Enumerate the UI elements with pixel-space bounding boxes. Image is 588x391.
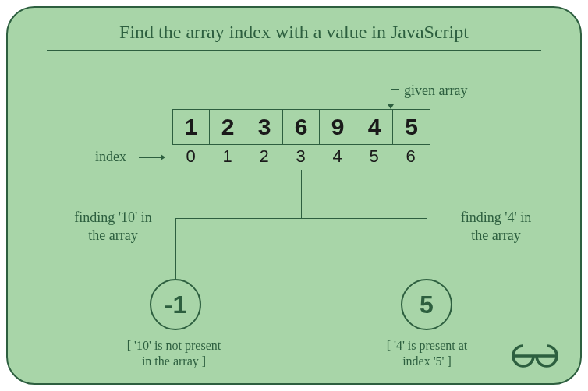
array-cell: 2 <box>210 110 246 144</box>
index-cell: 3 <box>282 146 319 167</box>
connector-line <box>301 170 302 218</box>
index-cell: 4 <box>319 146 356 167</box>
index-cell: 5 <box>356 146 392 167</box>
array-cell: 9 <box>320 110 356 144</box>
title-underline <box>47 50 541 51</box>
index-row: 0 1 2 3 4 5 6 <box>172 146 429 167</box>
connector-line <box>427 218 427 279</box>
pointer-line <box>391 89 399 90</box>
connector-line <box>175 218 427 219</box>
index-cell: 1 <box>209 146 246 167</box>
geeksforgeeks-logo-icon <box>510 343 560 369</box>
array-cell: 6 <box>283 110 320 144</box>
index-cell: 6 <box>392 146 429 167</box>
left-result-circle: -1 <box>150 279 201 330</box>
index-label: index <box>95 149 126 165</box>
array-cell: 5 <box>393 110 430 144</box>
array-row: 1 2 3 6 9 4 5 <box>172 109 430 145</box>
right-branch-note: [ '4' is present at index '5' ] <box>382 338 472 369</box>
array-cell: 3 <box>246 110 283 144</box>
given-array-label: given array <box>404 83 467 99</box>
left-branch-note: [ '10' is not present in the array ] <box>123 338 225 369</box>
pointer-line <box>139 157 162 158</box>
left-branch-question: finding '10' in the array <box>70 209 156 244</box>
index-cell: 0 <box>172 146 209 167</box>
right-branch-question: finding '4' in the array <box>454 209 538 244</box>
right-result-circle: 5 <box>401 279 452 330</box>
connector-line <box>175 218 176 279</box>
array-cell: 4 <box>356 110 393 144</box>
array-cell: 1 <box>173 110 210 144</box>
arrowhead-right-icon <box>161 154 165 160</box>
right-result-value: 5 <box>420 291 434 319</box>
page-title: Find the array index with a value in Jav… <box>8 22 580 43</box>
index-cell: 2 <box>246 146 282 167</box>
left-result-value: -1 <box>165 291 186 319</box>
diagram-card: Find the array index with a value in Jav… <box>6 6 582 385</box>
